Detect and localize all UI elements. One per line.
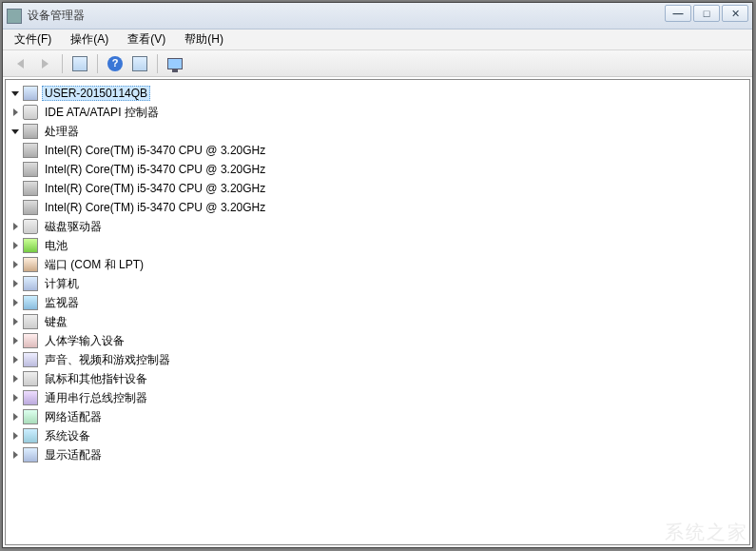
- tree-category-node[interactable]: 键盘: [8, 312, 747, 331]
- close-button[interactable]: [722, 5, 748, 22]
- tree-category-node[interactable]: 系统设备: [8, 426, 747, 445]
- device-manager-window: 设备管理器 文件(F) 操作(A) 查看(V) 帮助(H): [2, 2, 753, 548]
- titlebar[interactable]: 设备管理器: [3, 3, 752, 30]
- tree-category-label: 磁盘驱动器: [42, 218, 105, 236]
- expander-icon[interactable]: [10, 430, 21, 442]
- tree-category-label: IDE ATA/ATAPI 控制器: [42, 104, 162, 122]
- nav-forward-button[interactable]: [33, 53, 56, 74]
- port-icon: [23, 257, 38, 272]
- cpu-icon: [23, 181, 38, 196]
- usb-icon: [23, 390, 38, 405]
- tree-device-node[interactable]: Intel(R) Core(TM) i5-3470 CPU @ 3.20GHz: [8, 198, 747, 217]
- expander-icon[interactable]: [10, 297, 21, 308]
- computer-icon: [23, 86, 38, 101]
- expander-icon[interactable]: [10, 88, 21, 99]
- expander-icon[interactable]: [10, 259, 21, 270]
- tree-root-node[interactable]: USER-20150114QB: [8, 84, 747, 103]
- scan-icon: [167, 58, 183, 69]
- tree-device-node[interactable]: Intel(R) Core(TM) i5-3470 CPU @ 3.20GHz: [8, 141, 747, 160]
- tree-category-label: 通用串行总线控制器: [42, 389, 150, 407]
- device-tree-panel[interactable]: USER-20150114QB IDE ATA/ATAPI 控制器处理器Inte…: [5, 79, 750, 545]
- minimize-button[interactable]: [665, 5, 691, 22]
- expander-spacer: [10, 183, 21, 194]
- scan-hardware-button[interactable]: [164, 53, 186, 74]
- help-icon: [107, 56, 123, 71]
- arrow-left-icon: [17, 59, 24, 69]
- tree-category-node[interactable]: 端口 (COM 和 LPT): [8, 255, 747, 274]
- mouse-icon: [23, 371, 38, 386]
- expander-icon[interactable]: [10, 373, 21, 384]
- network-icon: [23, 409, 38, 424]
- expander-spacer: [10, 164, 21, 175]
- system-icon: [23, 428, 38, 443]
- toolbar-separator: [62, 54, 63, 73]
- tree-device-label: Intel(R) Core(TM) i5-3470 CPU @ 3.20GHz: [42, 200, 268, 215]
- console-tree-icon: [72, 56, 87, 71]
- toolbar-separator: [157, 54, 158, 73]
- tree-category-node[interactable]: 计算机: [8, 274, 747, 293]
- properties-button[interactable]: [128, 53, 151, 74]
- properties-icon: [132, 56, 147, 71]
- tree-category-node[interactable]: 网络适配器: [8, 407, 747, 426]
- display-icon: [23, 447, 38, 462]
- expander-spacer: [10, 202, 21, 213]
- expander-icon[interactable]: [10, 107, 21, 118]
- tree-category-node[interactable]: 通用串行总线控制器: [8, 388, 747, 407]
- expander-icon[interactable]: [10, 335, 21, 346]
- show-hide-console-button[interactable]: [68, 53, 91, 74]
- battery-icon: [23, 238, 38, 253]
- toolbar-separator: [97, 54, 98, 73]
- tree-category-label: 电池: [42, 237, 70, 255]
- tree-category-label: 处理器: [42, 123, 82, 141]
- tree-category-label: 端口 (COM 和 LPT): [42, 256, 146, 274]
- expander-icon[interactable]: [10, 278, 21, 289]
- tree-category-node[interactable]: 声音、视频和游戏控制器: [8, 350, 747, 369]
- tree-device-label: Intel(R) Core(TM) i5-3470 CPU @ 3.20GHz: [42, 143, 268, 158]
- menu-help[interactable]: 帮助(H): [179, 30, 229, 49]
- tree-category-node[interactable]: 处理器: [8, 122, 747, 141]
- nav-back-button[interactable]: [9, 53, 31, 74]
- tree-category-node[interactable]: 监视器: [8, 293, 747, 312]
- computer-icon: [23, 276, 38, 291]
- tree-category-node[interactable]: 显示适配器: [8, 445, 747, 464]
- window-title: 设备管理器: [28, 8, 85, 24]
- expander-icon[interactable]: [10, 354, 21, 365]
- expander-spacer: [10, 145, 21, 156]
- window-controls: [665, 5, 748, 22]
- expander-icon[interactable]: [10, 392, 21, 403]
- expander-icon[interactable]: [10, 411, 21, 423]
- arrow-right-icon: [42, 59, 48, 69]
- help-button[interactable]: [104, 53, 126, 74]
- tree-category-node[interactable]: IDE ATA/ATAPI 控制器: [8, 103, 747, 122]
- tree-category-node[interactable]: 电池: [8, 236, 747, 255]
- tree-category-label: 监视器: [42, 294, 82, 312]
- device-tree: USER-20150114QB IDE ATA/ATAPI 控制器处理器Inte…: [8, 84, 747, 464]
- tree-category-label: 系统设备: [42, 427, 93, 445]
- toolbar: [3, 50, 752, 77]
- disk-icon: [23, 105, 38, 120]
- cpu-icon: [23, 143, 38, 158]
- tree-root-label: USER-20150114QB: [42, 86, 150, 101]
- menu-action[interactable]: 操作(A): [65, 30, 114, 49]
- menu-file[interactable]: 文件(F): [9, 30, 57, 49]
- tree-device-node[interactable]: Intel(R) Core(TM) i5-3470 CPU @ 3.20GHz: [8, 179, 747, 198]
- maximize-button[interactable]: [693, 5, 720, 22]
- expander-icon[interactable]: [10, 316, 21, 327]
- expander-icon[interactable]: [10, 240, 21, 251]
- tree-category-node[interactable]: 人体学输入设备: [8, 331, 747, 350]
- cpu-icon: [23, 162, 38, 177]
- expander-icon[interactable]: [10, 221, 21, 232]
- app-icon: [7, 9, 22, 24]
- cpu-icon: [23, 200, 38, 215]
- tree-category-node[interactable]: 鼠标和其他指针设备: [8, 369, 747, 388]
- expander-icon[interactable]: [10, 449, 21, 461]
- expander-icon[interactable]: [10, 126, 21, 137]
- keyboard-icon: [23, 314, 38, 329]
- tree-category-node[interactable]: 磁盘驱动器: [8, 217, 747, 236]
- tree-category-label: 网络适配器: [42, 408, 105, 426]
- tree-device-node[interactable]: Intel(R) Core(TM) i5-3470 CPU @ 3.20GHz: [8, 160, 747, 179]
- hid-icon: [23, 333, 38, 348]
- monitor-icon: [23, 295, 38, 310]
- menu-view[interactable]: 查看(V): [122, 30, 171, 49]
- tree-device-label: Intel(R) Core(TM) i5-3470 CPU @ 3.20GHz: [42, 162, 268, 177]
